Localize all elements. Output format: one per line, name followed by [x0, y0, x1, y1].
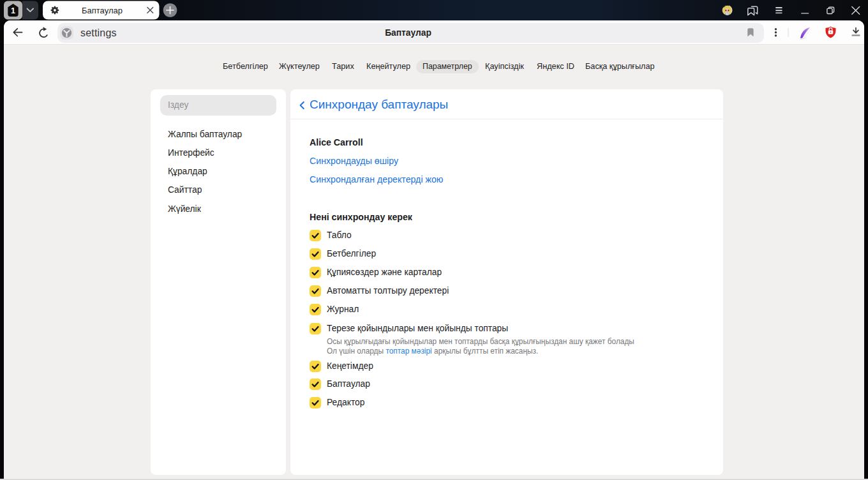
- svg-text:Баптаулар: Баптаулар: [82, 6, 123, 15]
- svg-text:1: 1: [11, 6, 15, 15]
